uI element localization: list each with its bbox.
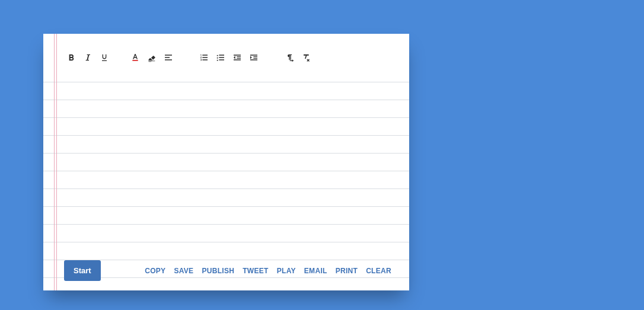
highlight-icon [147, 53, 157, 62]
outdent-button[interactable] [232, 52, 243, 63]
italic-icon [83, 53, 93, 62]
editor-textarea[interactable] [61, 67, 403, 255]
text-direction-button[interactable] [284, 52, 295, 63]
footer-actions: COPY SAVE PUBLISH TWEET PLAY EMAIL PRINT… [145, 267, 391, 275]
outdent-icon [232, 53, 242, 62]
indent-button[interactable] [248, 52, 259, 63]
bold-button[interactable] [66, 52, 76, 63]
editor-card: Start COPY SAVE PUBLISH TWEET PLAY EMAIL… [43, 34, 409, 290]
text-color-button[interactable] [130, 52, 141, 63]
clear-formatting-button[interactable] [301, 52, 311, 63]
editor-footer: Start COPY SAVE PUBLISH TWEET PLAY EMAIL… [64, 260, 391, 281]
tweet-link[interactable]: TWEET [243, 267, 269, 275]
align-button[interactable] [163, 52, 174, 63]
print-link[interactable]: PRINT [336, 267, 358, 275]
clear-link[interactable]: CLEAR [366, 267, 391, 275]
email-link[interactable]: EMAIL [304, 267, 327, 275]
text-color-icon [130, 53, 140, 62]
italic-button[interactable] [82, 52, 93, 63]
unordered-list-icon [216, 53, 225, 62]
underline-icon [100, 53, 109, 62]
ltr-icon [285, 53, 294, 62]
highlight-button[interactable] [146, 52, 157, 63]
ordered-list-icon [199, 53, 209, 62]
indent-icon [249, 53, 259, 62]
unordered-list-button[interactable] [215, 52, 226, 63]
formatting-toolbar [66, 49, 403, 66]
margin-line [54, 34, 55, 290]
ordered-list-button[interactable] [199, 52, 209, 63]
start-button[interactable]: Start [64, 260, 101, 281]
publish-link[interactable]: PUBLISH [202, 267, 234, 275]
underline-button[interactable] [99, 52, 110, 63]
align-icon [164, 53, 173, 62]
clear-format-icon [301, 53, 311, 62]
svg-rect-1 [149, 60, 155, 62]
save-link[interactable]: SAVE [174, 267, 193, 275]
margin-line [56, 34, 57, 290]
bold-icon [66, 53, 76, 62]
play-link[interactable]: PLAY [277, 267, 296, 275]
svg-rect-0 [132, 60, 138, 61]
copy-link[interactable]: COPY [145, 267, 165, 275]
